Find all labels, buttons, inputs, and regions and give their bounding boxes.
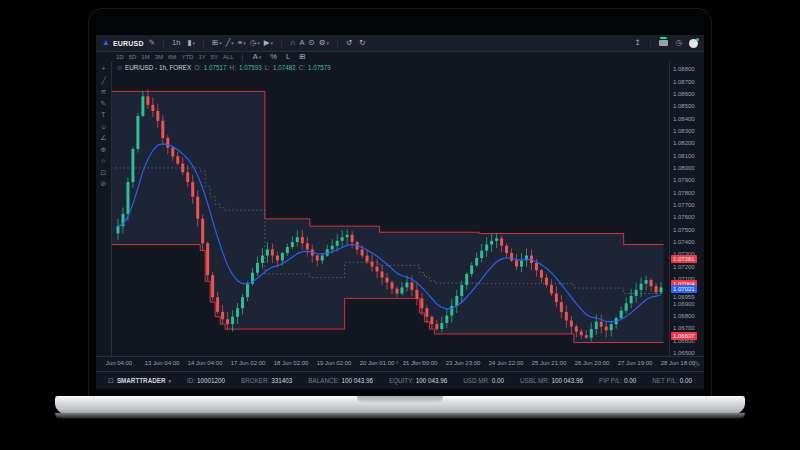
fib-retracement-icon[interactable]: ≋ <box>101 88 107 96</box>
indicators-button[interactable]: ⊞▾ <box>210 39 224 47</box>
time-label: 18 Jun 02:00 <box>274 360 309 366</box>
hide-drawings-icon[interactable]: ⊘ <box>101 180 107 188</box>
time-label: 19 Jun 02:00 <box>317 360 352 366</box>
range-5d-button[interactable]: 5D <box>129 54 137 60</box>
time-axis[interactable]: ‹ − + › ◷ Jun 04:0013 Jun 04:0014 Jun 04… <box>96 356 704 371</box>
time-label: 20 Jun 01:00 <box>360 360 395 366</box>
range-1m-button[interactable]: 1M <box>141 54 149 60</box>
price-tick: 1.07400 <box>673 239 695 245</box>
templates-button[interactable]: ≡▾ <box>236 39 248 47</box>
grid-settings-button[interactable]: ⊞ <box>297 53 307 61</box>
price-axis[interactable]: 1.088001.087001.086001.085001.084001.083… <box>669 62 704 356</box>
status-item-label: ID: <box>187 377 195 384</box>
cursor-icon[interactable]: + <box>101 65 105 73</box>
emoji-icon[interactable]: ☺ <box>100 123 107 131</box>
status-item-label: NET P/L: <box>652 377 677 384</box>
auto-save-icon: A <box>299 39 304 47</box>
brush-icon[interactable]: ✎ <box>101 100 107 108</box>
status-item-label: USBL MR: <box>520 377 550 384</box>
status-item-label: EQUITY: <box>389 377 414 384</box>
clock-icon[interactable]: ◷ <box>673 39 684 47</box>
avatar[interactable] <box>689 39 698 48</box>
zoom-out-button[interactable]: − <box>403 359 407 366</box>
range-3m-button[interactable]: 3M <box>155 54 163 60</box>
status-item-value: 0.00 <box>680 377 692 384</box>
legend-open-label: O: <box>194 64 201 71</box>
line-tools-button[interactable]: ╱▾ <box>224 39 236 47</box>
main-area: +╱≋✎T☺∠⊕∩⊡⊘ ⊙ EUR/USD - 1h, FOREX O: 1.0… <box>96 62 704 356</box>
time-label: 26 Jun 20:00 <box>575 360 610 366</box>
app-logo-icon: ▲ <box>102 39 110 47</box>
ranges-row: 1D5D1M3M6MYTD1Y5YALLA▾%L⊞ <box>96 52 704 62</box>
alerts-button[interactable]: ◷▾ <box>248 39 262 47</box>
range-5y-button[interactable]: 5Y <box>211 54 218 60</box>
toolbar-divider <box>337 39 338 48</box>
status-item: NET P/L:0.00 <box>652 377 692 384</box>
price-tick: 1.08100 <box>673 153 695 159</box>
log-scale-icon: L <box>286 53 290 61</box>
range-1y-button[interactable]: 1Y <box>198 54 205 60</box>
auto-save-button[interactable]: A <box>297 39 306 47</box>
chevron-down-icon: ▾ <box>219 41 222 46</box>
time-label: 25 Jun 21:00 <box>532 360 567 366</box>
legend-close-value: 1.07579 <box>308 64 331 71</box>
status-item: USBL MR:100 043.96 <box>520 377 583 384</box>
toolbar-left-group: ▲ EURUSD ✎ 1h ▮▾ ⊞▾╱▾≡▾◷▾▶▾ ∩A⊙⚙▾ ↺ ↻ <box>102 39 632 48</box>
magnet-mode-icon[interactable]: ∩ <box>101 157 106 165</box>
legend-title: EUR/USD - 1h, FOREX <box>125 64 191 71</box>
toolbar-divider <box>650 39 651 48</box>
redo-button[interactable]: ↻ <box>357 39 367 47</box>
settings-button[interactable]: ⚙▾ <box>317 39 331 47</box>
time-label: 13 Jun 04:00 <box>145 360 180 366</box>
range-1d-button[interactable]: 1D <box>116 54 124 60</box>
scroll-right-button[interactable]: › <box>422 359 424 366</box>
laptop-screen: ▲ EURUSD ✎ 1h ▮▾ ⊞▾╱▾≡▾◷▾▶▾ ∩A⊙⚙▾ ↺ ↻ <box>88 8 712 396</box>
status-item-value: 100 043.96 <box>341 377 373 384</box>
visibility-button[interactable]: ⊙ <box>307 39 317 47</box>
log-scale-button[interactable]: L <box>284 53 292 61</box>
status-item-label: PIP P/L: <box>599 377 622 384</box>
magnet-button[interactable]: ∩ <box>288 39 297 47</box>
page-background: ▲ EURUSD ✎ 1h ▮▾ ⊞▾╱▾≡▾◷▾▶▾ ∩A⊙⚙▾ ↺ ↻ <box>0 0 800 450</box>
interval-button[interactable]: 1h <box>170 39 182 47</box>
legend-close-label: C: <box>299 64 305 71</box>
price-badge-red: 1.07261 <box>671 255 697 263</box>
replay-button[interactable]: ▶▾ <box>262 39 275 47</box>
edit-symbol-icon[interactable]: ✎ <box>147 39 157 47</box>
status-bar: ⊡ SMARTTRADER ▾ ID:10001200BROKER:331403… <box>96 371 704 389</box>
range-all-button[interactable]: ALL <box>223 54 234 60</box>
range-6m-button[interactable]: 6M <box>168 54 176 60</box>
replay-icon: ▶ <box>264 39 270 47</box>
text-icon[interactable]: T <box>101 111 105 119</box>
chart-style-button[interactable]: ▮▾ <box>185 39 197 47</box>
templates-icon: ≡ <box>238 39 242 47</box>
undo-button[interactable]: ↺ <box>344 39 354 47</box>
toolbar-divider <box>203 39 204 48</box>
status-item-value: 331403 <box>271 377 292 384</box>
zoom-in-button[interactable]: + <box>412 359 416 366</box>
lock-drawings-icon[interactable]: ⊡ <box>101 169 107 177</box>
price-tick: 1.06900 <box>673 301 695 307</box>
price-tick: 1.08800 <box>673 66 695 72</box>
symbol-button[interactable]: EURUSD <box>113 40 144 47</box>
price-tick: 1.07900 <box>673 177 695 183</box>
chart-area[interactable]: ⊙ EUR/USD - 1h, FOREX O: 1.07517 H: 1.07… <box>112 62 669 356</box>
candlestick-chart[interactable] <box>112 62 669 356</box>
share-button[interactable]: ↥ <box>632 39 642 47</box>
auto-scale-button[interactable]: A▾ <box>251 53 264 61</box>
legend-high-value: 1.07593 <box>239 64 262 71</box>
chart-legend: ⊙ EUR/USD - 1h, FOREX O: 1.07517 H: 1.07… <box>117 64 331 71</box>
status-item: ID:10001200 <box>187 377 225 384</box>
percent-scale-icon: % <box>270 53 277 61</box>
zoom-in-icon[interactable]: ⊕ <box>101 146 107 154</box>
screenshot-camera-icon[interactable] <box>659 40 668 46</box>
status-item-label: BROKER: <box>241 377 269 384</box>
range-ytd-button[interactable]: YTD <box>181 54 193 60</box>
eye-icon[interactable]: ⊙ <box>117 64 122 71</box>
scroll-left-button[interactable]: ‹ <box>396 359 398 366</box>
trend-line-icon[interactable]: ╱ <box>101 77 105 85</box>
percent-scale-button[interactable]: % <box>268 53 279 61</box>
measure-icon[interactable]: ∠ <box>100 134 106 142</box>
account-selector[interactable]: ⊡ SMARTTRADER ▾ <box>108 377 171 385</box>
legend-low-value: 1.07482 <box>273 64 296 71</box>
